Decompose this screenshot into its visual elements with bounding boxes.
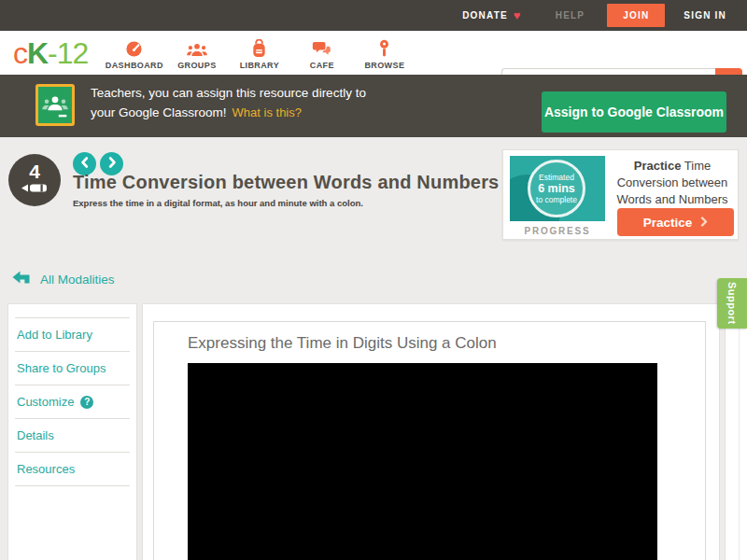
sidebar-item-customize[interactable]: Customize ? (15, 385, 130, 419)
question-icon[interactable]: ? (80, 396, 93, 409)
customize-label: Customize (17, 395, 74, 409)
chevron-right-icon (107, 157, 117, 171)
modality-badge: 4 (8, 154, 61, 206)
video-player[interactable] (188, 363, 657, 560)
modality-number: 4 (29, 162, 40, 181)
banner-text: Teachers, you can assign this resource d… (91, 83, 366, 122)
backpack-icon (228, 38, 290, 58)
estimated-label: Estimated (539, 173, 574, 182)
nav-item-dashboard[interactable]: DASHBOARD (103, 36, 165, 70)
practice-button[interactable]: Practice (617, 208, 734, 236)
assign-to-classroom-button[interactable]: Assign to Google Classroom (542, 91, 726, 133)
nav-label: CAFE (290, 61, 353, 70)
progress-label: PROGRESS (510, 226, 605, 236)
practice-description: Practice Time Conversion between Words a… (609, 158, 736, 208)
practice-word: Practice (634, 159, 682, 173)
content-frame: Expressing the Time in Digits Using a Co… (153, 321, 706, 560)
nav-items: DASHBOARD GROUPS LIBRARY CAFE (103, 36, 416, 70)
nav-item-browse[interactable]: BROWSE (353, 36, 416, 70)
what-is-this-link[interactable]: What is this? (233, 105, 302, 119)
nav-item-library[interactable]: LIBRARY (228, 36, 290, 70)
content-heading: Expressing the Time in Digits Using a Co… (188, 334, 705, 353)
sidebar-item-share-to-groups[interactable]: Share to Groups (15, 352, 130, 385)
practice-card: Estimated 6 mins to complete PROGRESS Pr… (502, 149, 739, 240)
banner-line1: Teachers, you can assign this resource d… (91, 86, 366, 100)
utility-bar: DONATE ♥ HELP JOIN SIGN IN (0, 0, 747, 31)
crayon-icon (21, 181, 49, 198)
page-title: Time Conversion between Words and Number… (73, 172, 499, 193)
ck12-lesson-page: DONATE ♥ HELP JOIN SIGN IN cK-12 DASHBOA… (0, 0, 747, 560)
magnifier-icon (353, 38, 416, 58)
help-link[interactable]: HELP (556, 10, 585, 21)
nav-label: GROUPS (165, 61, 228, 70)
nav-label: BROWSE (353, 61, 416, 70)
nav-item-groups[interactable]: GROUPS (165, 36, 228, 70)
donate-link[interactable]: DONATE ♥ (462, 9, 522, 21)
estimated-minutes: 6 mins (538, 182, 575, 195)
page-subtitle: Express the time in a digital format, as… (73, 198, 363, 208)
practice-thumbnail[interactable]: Estimated 6 mins to complete (510, 156, 605, 221)
nav-label: LIBRARY (228, 61, 290, 70)
chat-bubbles-icon (290, 38, 353, 58)
all-modalities-label: All Modalities (40, 273, 115, 287)
donate-label: DONATE (462, 10, 508, 21)
dashboard-gauge-icon (103, 38, 165, 58)
sign-in-link[interactable]: SIGN IN (684, 10, 726, 21)
logo-suffix: -12 (48, 36, 88, 70)
right-edge-panel (725, 303, 747, 560)
sidebar-item-add-to-library[interactable]: Add to Library (15, 318, 130, 352)
sidebar-item-resources[interactable]: Resources (15, 453, 130, 486)
join-button[interactable]: JOIN (607, 4, 665, 27)
content-panel: Expressing the Time in Digits Using a Co… (142, 303, 720, 560)
nav-label: DASHBOARD (103, 61, 165, 70)
ck12-logo[interactable]: cK-12 (13, 38, 88, 68)
nav-item-cafe[interactable]: CAFE (290, 36, 353, 70)
logo-letter-c: c (13, 36, 27, 70)
logo-letter-k: K (27, 36, 48, 70)
chevron-left-icon (80, 157, 90, 171)
estimated-suffix: to complete (536, 195, 577, 204)
back-arrow-icon (12, 271, 31, 288)
sidebar-item-details[interactable]: Details (15, 419, 130, 453)
heart-icon: ♥ (514, 9, 522, 21)
estimated-time-badge: Estimated 6 mins to complete (528, 160, 585, 217)
google-classroom-icon (35, 84, 75, 126)
people-icon (165, 38, 228, 58)
all-modalities-link[interactable]: All Modalities (12, 271, 115, 288)
banner-line2: your Google Classroom! (91, 105, 227, 119)
main-navbar: cK-12 DASHBOARD GROUPS LIBRARY (0, 31, 747, 75)
classroom-banner: Teachers, you can assign this resource d… (0, 75, 747, 137)
actions-sidebar: Add to Library Share to Groups Customize… (7, 303, 137, 560)
support-tab[interactable]: Support (717, 278, 747, 329)
practice-button-label: Practice (643, 216, 693, 230)
actions-list: Add to Library Share to Groups Customize… (15, 317, 130, 486)
chevron-right-icon (700, 216, 708, 230)
